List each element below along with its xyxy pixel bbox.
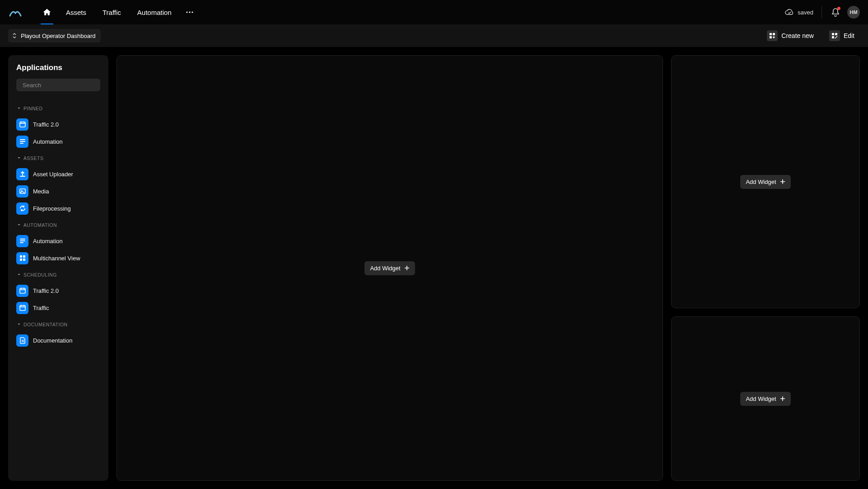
widget-panel-top-left: Add Widget bbox=[671, 55, 860, 308]
svg-rect-10 bbox=[20, 122, 25, 127]
section-header-scheduling[interactable]: SCHEDULING bbox=[17, 272, 100, 277]
section-label: AUTOMATION bbox=[23, 222, 57, 228]
home-icon bbox=[42, 8, 51, 17]
chevron-down-icon bbox=[17, 157, 21, 160]
section-header-pinned[interactable]: PINNED bbox=[17, 106, 100, 111]
section-header-automation[interactable]: AUTOMATION bbox=[17, 222, 100, 228]
svg-point-2 bbox=[191, 11, 193, 13]
sync-icon bbox=[16, 202, 28, 215]
edit-button[interactable]: Edit bbox=[824, 28, 860, 43]
save-status: saved bbox=[785, 6, 822, 19]
calendar-icon bbox=[16, 285, 28, 297]
user-avatar[interactable]: HM bbox=[847, 6, 860, 19]
cloud-check-icon bbox=[785, 9, 794, 15]
svg-rect-14 bbox=[23, 255, 25, 258]
app-item-automation[interactable]: Automation bbox=[16, 133, 100, 150]
plus-icon bbox=[780, 396, 785, 401]
svg-rect-8 bbox=[832, 36, 834, 38]
app-item-documentation[interactable]: Documentation bbox=[16, 332, 100, 349]
app-item-label: Traffic bbox=[33, 305, 49, 311]
nav-assets[interactable]: Assets bbox=[58, 0, 94, 24]
app-item-label: Multichannel View bbox=[33, 255, 80, 262]
upload-icon bbox=[16, 168, 28, 180]
svg-rect-7 bbox=[835, 33, 837, 35]
add-widget-label: Add Widget bbox=[370, 265, 400, 272]
app-item-fileprocessing[interactable]: Fileprocessing bbox=[16, 200, 100, 217]
calendar-icon bbox=[16, 118, 28, 131]
app-item-label: Fileprocessing bbox=[33, 205, 71, 212]
playlist-icon bbox=[16, 136, 28, 148]
plus-icon bbox=[780, 179, 785, 184]
nav-traffic[interactable]: Traffic bbox=[94, 0, 129, 24]
add-widget-label: Add Widget bbox=[746, 179, 776, 185]
app-item-asset-uploader[interactable]: Asset Uploader bbox=[16, 165, 100, 183]
image-icon bbox=[16, 185, 28, 197]
plus-icon bbox=[404, 265, 410, 271]
app-item-label: Traffic 2.0 bbox=[33, 287, 59, 294]
svg-rect-17 bbox=[20, 288, 25, 293]
svg-rect-15 bbox=[20, 259, 22, 261]
app-item-traffic-2-0[interactable]: Traffic 2.0 bbox=[16, 116, 100, 133]
add-widget-button[interactable]: Add Widget bbox=[364, 261, 415, 275]
app-item-label: Asset Uploader bbox=[33, 171, 73, 178]
nav-home[interactable] bbox=[36, 0, 58, 24]
section-label: ASSETS bbox=[23, 155, 43, 161]
create-new-icon-box bbox=[767, 30, 778, 41]
create-new-button[interactable]: Create new bbox=[761, 28, 819, 43]
calendar-icon bbox=[16, 302, 28, 314]
logo-icon bbox=[9, 8, 22, 17]
section-label: PINNED bbox=[23, 106, 43, 111]
add-widget-label: Add Widget bbox=[746, 395, 776, 402]
widget-panel-right: Add Widget bbox=[117, 55, 663, 481]
widget-panel-bottom-left: Add Widget bbox=[671, 316, 860, 481]
app-item-label: Traffic 2.0 bbox=[33, 121, 59, 128]
save-status-text: saved bbox=[798, 9, 813, 16]
grid-icon bbox=[16, 252, 28, 264]
more-horizontal-icon bbox=[186, 11, 193, 13]
create-new-label: Create new bbox=[781, 32, 814, 39]
chevron-down-icon bbox=[17, 323, 21, 326]
dashboard-name: Playout Operator Dashboard bbox=[21, 33, 95, 39]
widgets-add-icon bbox=[769, 33, 775, 39]
app-item-traffic-2-0[interactable]: Traffic 2.0 bbox=[16, 282, 100, 299]
search-input[interactable] bbox=[23, 82, 98, 89]
notifications-button[interactable] bbox=[826, 3, 845, 21]
section-header-assets[interactable]: ASSETS bbox=[17, 155, 100, 161]
svg-point-0 bbox=[186, 11, 187, 13]
svg-rect-13 bbox=[20, 255, 22, 258]
widget-grid: Add Widget Add Widget Add Widget bbox=[117, 55, 860, 481]
search-box[interactable] bbox=[16, 79, 100, 91]
edit-icon-box bbox=[829, 30, 840, 41]
chevron-up-down-icon bbox=[12, 33, 17, 39]
app-item-multichannel-view[interactable]: Multichannel View bbox=[16, 249, 100, 267]
svg-rect-6 bbox=[832, 33, 834, 35]
add-widget-button[interactable]: Add Widget bbox=[740, 392, 790, 406]
svg-rect-3 bbox=[770, 33, 772, 35]
nav-more[interactable] bbox=[180, 0, 200, 24]
app-item-automation[interactable]: Automation bbox=[16, 232, 100, 249]
svg-rect-16 bbox=[23, 259, 25, 261]
edit-label: Edit bbox=[844, 32, 854, 39]
app-item-traffic[interactable]: Traffic bbox=[16, 299, 100, 316]
top-nav: Assets Traffic Automation saved HM bbox=[0, 0, 868, 24]
app-logo[interactable] bbox=[8, 5, 23, 19]
section-label: DOCUMENTATION bbox=[23, 322, 68, 327]
playlist-icon bbox=[16, 235, 28, 247]
applications-sidebar: Applications PINNEDTraffic 2.0Automation… bbox=[8, 55, 108, 481]
doc-icon bbox=[16, 334, 28, 347]
user-initials: HM bbox=[849, 9, 857, 15]
dashboard-selector[interactable]: Playout Operator Dashboard bbox=[8, 29, 101, 42]
chevron-down-icon bbox=[17, 107, 21, 110]
app-item-media[interactable]: Media bbox=[16, 183, 100, 200]
section-header-documentation[interactable]: DOCUMENTATION bbox=[17, 322, 100, 327]
app-item-label: Media bbox=[33, 188, 49, 195]
chevron-down-icon bbox=[17, 273, 21, 276]
nav-automation[interactable]: Automation bbox=[129, 0, 180, 24]
app-item-label: Automation bbox=[33, 238, 63, 244]
svg-rect-4 bbox=[773, 33, 775, 35]
chevron-down-icon bbox=[17, 224, 21, 226]
dashboard-toolbar: Playout Operator Dashboard Create new Ed… bbox=[0, 24, 868, 47]
add-widget-button[interactable]: Add Widget bbox=[740, 175, 790, 189]
app-item-label: Documentation bbox=[33, 337, 72, 344]
svg-rect-5 bbox=[770, 36, 772, 38]
